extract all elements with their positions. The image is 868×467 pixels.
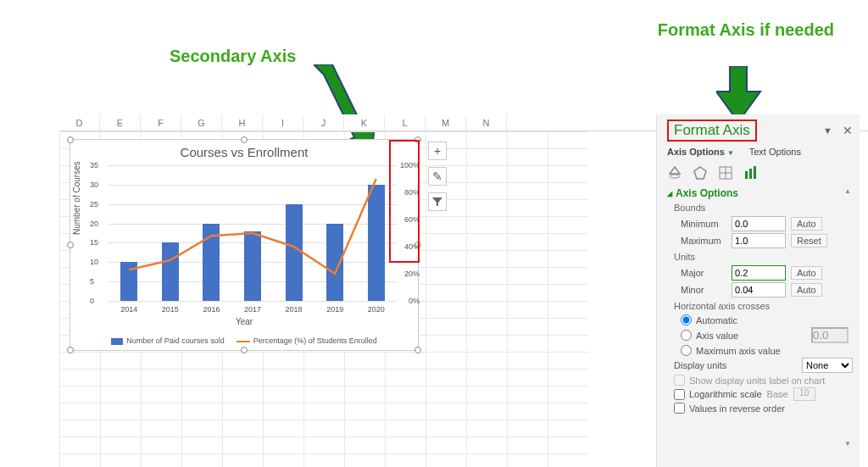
col-header[interactable]: I — [263, 114, 303, 131]
values-reverse-label: Values in reverse order — [689, 403, 785, 414]
pane-title: Format Axis — [674, 122, 750, 138]
minimum-label: Minimum — [681, 219, 732, 229]
group-bounds: Bounds — [674, 203, 853, 213]
svg-rect-11 — [754, 166, 756, 179]
minor-input[interactable] — [732, 282, 786, 297]
funnel-icon — [432, 197, 442, 207]
section-axis-options[interactable]: Axis Options — [667, 187, 853, 199]
chart-filter-button[interactable] — [428, 192, 447, 211]
pane-scrollbar[interactable]: ▲ ▼ — [843, 187, 853, 450]
col-header[interactable]: N — [466, 114, 507, 131]
legend-item[interactable]: Number of Paid courses sold — [111, 336, 225, 345]
pane-options-caret[interactable]: ▼ — [823, 125, 832, 136]
minor-auto-button[interactable]: Auto — [791, 283, 822, 297]
major-auto-button[interactable]: Auto — [791, 266, 822, 280]
display-units-label: Display units — [674, 360, 726, 370]
maximum-input[interactable] — [732, 233, 786, 248]
resize-handle[interactable] — [67, 347, 74, 353]
col-header[interactable]: G — [181, 114, 222, 131]
chart-object[interactable]: Courses vs Enrollment Number of Courses … — [70, 139, 419, 351]
radio-max-axis-value[interactable] — [681, 345, 692, 356]
resize-handle[interactable] — [241, 136, 248, 143]
col-header[interactable]: K — [344, 114, 385, 131]
resize-handle[interactable] — [415, 347, 421, 353]
minimum-input[interactable] — [732, 216, 786, 231]
spreadsheet: D E F G H I J K L M N Courses vs Enrollm… — [59, 114, 868, 467]
col-header[interactable]: H — [222, 114, 263, 131]
svg-marker-3 — [670, 167, 680, 174]
svg-rect-9 — [745, 171, 748, 179]
legend-item[interactable]: Percentage (%) of Students Enrolled — [236, 336, 377, 345]
highlight-pane-title: Format Axis — [667, 120, 757, 142]
col-header[interactable]: J — [303, 114, 344, 131]
radio-axis-value-label: Axis value — [696, 331, 738, 341]
annotation-format-axis: Format Axis if needed — [658, 20, 834, 40]
format-axis-pane: Format Axis ▼ ✕ Axis Options ▼ Text Opti… — [656, 114, 860, 467]
legend-swatch-line — [236, 341, 250, 342]
resize-handle[interactable] — [241, 347, 248, 353]
major-label: Major — [681, 268, 732, 278]
tab-axis-options[interactable]: Axis Options ▼ — [667, 147, 739, 157]
group-units: Units — [674, 252, 853, 262]
chart-plot-area[interactable]: 051015202530350%20%40%60%80%100%20142015… — [108, 165, 397, 301]
chart-style-button[interactable]: ✎ — [428, 167, 447, 186]
show-display-units-label: Show display units label on chart — [689, 375, 825, 386]
minor-label: Minor — [681, 285, 732, 295]
col-header[interactable]: F — [141, 114, 181, 131]
maximum-label: Maximum — [681, 236, 732, 246]
col-header[interactable]: M — [426, 114, 466, 131]
radio-automatic-label: Automatic — [696, 315, 737, 325]
base-value: 10 — [793, 387, 815, 401]
fill-icon[interactable] — [667, 165, 682, 181]
minimum-auto-button[interactable]: Auto — [791, 217, 822, 231]
col-header[interactable]: E — [100, 114, 141, 131]
legend-swatch-bar — [111, 338, 123, 345]
logarithmic-scale-label: Logarithmic scale — [689, 389, 762, 399]
axis-options-icon[interactable] — [743, 165, 759, 181]
radio-axis-value[interactable] — [681, 330, 692, 341]
col-header[interactable]: L — [385, 114, 426, 131]
legend-label: Number of Paid courses sold — [126, 336, 225, 345]
chart-element-buttons: + ✎ — [428, 142, 447, 211]
radio-max-axis-value-label: Maximum axis value — [696, 346, 781, 356]
resize-handle[interactable] — [67, 242, 74, 248]
size-icon[interactable] — [718, 165, 733, 181]
annotation-secondary-axis: Secondary Axis — [170, 47, 296, 66]
chart-y-axis-label[interactable]: Number of Courses — [72, 161, 81, 235]
col-header[interactable]: D — [59, 114, 100, 131]
svg-rect-10 — [749, 169, 752, 179]
chart-add-element-button[interactable]: + — [428, 142, 447, 160]
chart-x-axis-label[interactable]: Year — [70, 317, 418, 326]
scroll-down-icon[interactable]: ▼ — [843, 440, 853, 450]
major-input[interactable] — [732, 265, 786, 281]
close-icon[interactable]: ✕ — [843, 124, 853, 137]
effects-icon[interactable] — [693, 165, 708, 181]
radio-automatic[interactable] — [681, 314, 692, 325]
svg-marker-5 — [694, 167, 706, 179]
values-reverse-checkbox[interactable] — [674, 403, 685, 414]
pane-content: Axis Options Bounds MinimumAuto MaximumR… — [667, 187, 853, 450]
svg-marker-2 — [432, 197, 442, 206]
highlight-secondary-axis — [389, 140, 420, 263]
maximum-reset-button[interactable]: Reset — [791, 234, 827, 247]
pane-tabs: Axis Options ▼ Text Options — [667, 147, 853, 157]
svg-point-4 — [670, 175, 680, 178]
logarithmic-scale-checkbox[interactable] — [674, 389, 685, 400]
scroll-up-icon[interactable]: ▲ — [843, 187, 853, 197]
base-label: Base — [767, 389, 788, 399]
legend-label: Percentage (%) of Students Enrolled — [253, 336, 377, 345]
tab-text-options[interactable]: Text Options — [749, 147, 801, 157]
group-horizontal-crosses: Horizontal axis crosses — [674, 301, 853, 311]
resize-handle[interactable] — [67, 136, 74, 143]
show-display-units-label-checkbox — [674, 375, 685, 386]
chart-legend[interactable]: Number of Paid courses sold Percentage (… — [70, 336, 418, 345]
